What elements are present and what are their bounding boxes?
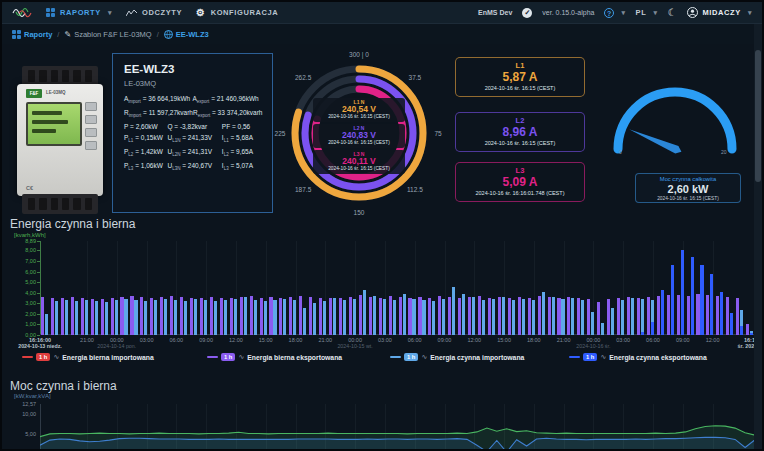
current-card-l1: L15,87 A2024-10-16 śr. 16:15 (CEST) [455,57,585,97]
legend-item[interactable]: 1 h∿Energia czynna importowana [390,353,524,361]
bar-czynna-eksportowana [661,290,664,336]
legend-item[interactable]: 1 h∿Energia bierna eksportowana [207,353,342,361]
current-timestamp: 2024-10-16 śr. 16:15 (CEST) [456,139,584,147]
bar-czynna-importowana [393,300,396,335]
bar-bierna-eksportowana [548,297,551,335]
bar-czynna-eksportowana [700,265,703,335]
bar-bierna-eksportowana [667,295,670,335]
bar-bierna-eksportowana [696,294,699,335]
bar-bierna-eksportowana [140,297,143,335]
legend-interval-badge: 1 h [404,353,418,361]
bar-xtick: 15:00 [497,337,511,343]
user-menu[interactable]: MIDACZY ▾ [687,7,753,18]
current-timestamp: 2024-10-16 śr. 16:16:01.748 (CEST) [456,189,584,197]
dark-mode-toggle[interactable]: ☾ [668,7,677,18]
bar-czynna-eksportowana [651,322,654,335]
chevron-down-icon: ▾ [748,9,752,17]
bar-czynna-importowana [65,300,68,335]
top-navbar: RAPORTY ▾ ODCZYTY ⚙ KONFIGURACJA EnMS De… [2,2,762,24]
nav-item-raporty[interactable]: RAPORTY ▾ [46,8,112,17]
legend-interval-badge: 1 h [583,353,597,361]
metric-value: PL3 = 1,06kW [124,162,167,171]
device-lcd-screen [26,102,82,146]
bar-czynna-importowana [482,300,485,335]
breadcrumb-item-device[interactable]: EE-WLZ3 [164,30,209,39]
bar-czynna-eksportowana [641,332,644,335]
bar-czynna-eksportowana [671,265,674,335]
ring-scale-tick: 225 [275,130,286,137]
bar-bierna-eksportowana [498,297,501,335]
reports-grid-icon [12,30,21,39]
bar-czynna-importowana [134,300,137,335]
bar-czynna-importowana [313,303,316,335]
metric-value: PF = 0,56 [222,123,261,130]
dashboard-page: RAPORTY ▾ ODCZYTY ⚙ KONFIGURACJA EnMS De… [0,0,764,451]
scrollbar-thumb[interactable] [755,50,761,182]
bar-bierna-eksportowana [210,297,213,335]
bar-bierna-eksportowana [706,295,709,335]
metric-value: P = 2,60kW [124,123,167,130]
ce-mark: C€ [26,185,33,191]
bar-bierna-eksportowana [61,298,64,335]
bar-czynna-eksportowana [730,313,733,335]
bar-bierna-eksportowana [617,298,620,335]
bar-czynna-importowana [343,300,346,335]
bar-bierna-eksportowana [111,298,114,335]
bar-xtick: 12:00 [706,337,720,343]
legend-label: Energia bierna eksportowana [247,354,342,361]
ring-timestamp: 2024-10-16 śr. 16:15 (CEST) [313,166,405,172]
line-ytick: 5,00 [10,431,36,437]
bar-czynna-importowana [621,300,624,335]
language-menu[interactable]: PL ▾ [636,8,658,17]
ring-value-box: L3 N240,11 V2024-10-16 śr. 16:15 (CEST) [313,150,405,174]
legend-dash [569,356,580,358]
bar-bierna-eksportowana [91,299,94,335]
bar-xtick: 03:00 [378,337,392,343]
metric-row: Aimport = 36 664,19kWhAexport = 21 460,9… [124,95,261,104]
device-title: EE-WLZ3 [124,63,261,75]
bar-xtick: 09:00 [676,337,690,343]
bar-bierna-eksportowana [716,296,719,335]
bar-czynna-importowana [383,299,386,335]
bar-bierna-eksportowana [319,298,322,335]
bar-xtick: 15:00 [259,337,273,343]
legend-item[interactable]: 1 h∿Energia czynna eksportowana [569,353,707,361]
breadcrumb-item-raporty[interactable]: Raporty [12,30,52,39]
bar-czynna-importowana [353,299,356,335]
bar-czynna-eksportowana [720,292,723,335]
nav-item-odczyty[interactable]: ODCZYTY [126,8,182,17]
breadcrumb-item-template[interactable]: ✎ Szablon F&F LE-03MQ [64,30,151,39]
metric-value: Q = -3,82kvar [167,123,221,130]
line-ytick: 10,00 [10,411,36,417]
ring-scale-tick: 187.5 [295,185,311,192]
bar-czynna-importowana [154,300,157,335]
bar-czynna-eksportowana [681,250,684,335]
phase-label: L3 [456,166,584,175]
metric-value: PL1 = 0,15kW [124,134,167,143]
voltage-rings-chart: 300 | 037.575112.5150187.5225262.5L1 N24… [274,48,444,218]
device-brand-logo: F&F [26,89,42,98]
bar-bierna-eksportowana [359,295,362,335]
legend-item[interactable]: 1 h∿Energia bierna importowana [22,353,154,361]
bar-bierna-eksportowana [309,297,312,335]
bar-bierna-eksportowana [736,298,739,335]
legend-label: Energia czynna importowana [430,354,524,361]
line-chart-ylabel: [kW,kvar,kVA] [14,393,51,399]
bar-czynna-importowana [452,287,455,335]
bar-czynna-importowana [164,299,167,335]
bar-bierna-eksportowana [488,298,491,335]
app-logo-icon [12,6,32,19]
bar-bierna-eksportowana [627,297,630,335]
help-menu[interactable]: ? ▾ [604,8,625,18]
gauge-min-label: 0 [619,149,622,155]
nav-item-label: KONFIGURACJA [211,8,279,17]
bar-bierna-eksportowana [657,296,660,335]
bar-bierna-eksportowana [746,324,749,335]
bar-czynna-importowana [184,301,187,335]
bar-czynna-importowana [234,299,237,335]
bar-czynna-importowana [264,301,267,335]
bar-czynna-importowana [502,297,505,335]
bar-ytick: 7,00 [10,258,36,264]
bar-xtick: 03:00 [616,337,630,343]
nav-item-konfiguracja[interactable]: ⚙ KONFIGURACJA [196,7,278,18]
